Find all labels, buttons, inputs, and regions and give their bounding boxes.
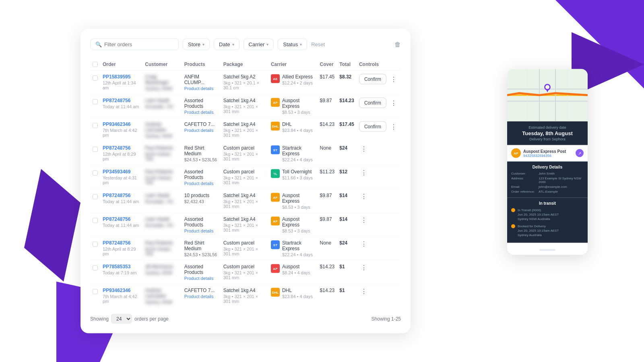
row-checkbox-cell[interactable] <box>93 169 98 176</box>
package-dims: 3kg • 321 × 201 × 301 mm <box>223 152 266 161</box>
order-id-link[interactable]: PP78585353 <box>103 264 140 269</box>
confirm-button[interactable]: Confirm <box>359 98 386 108</box>
row-checkbox-cell[interactable] <box>93 240 98 247</box>
order-id-link[interactable]: PP87248756 <box>103 240 140 246</box>
controls-cell: Confirm ⋮ <box>359 121 398 132</box>
more-options-button[interactable]: ⋮ <box>359 240 369 248</box>
carrier-action-badge[interactable]: ↗ <box>576 149 584 157</box>
product-sub[interactable]: Product details <box>184 294 219 299</box>
carrier-info: Auspost Express $8.53 • 3 days <box>282 193 315 210</box>
order-id-link[interactable]: PP34593469 <box>103 169 140 175</box>
table-row: PP87248756 Today at 11:44 am Liam Heath … <box>90 94 401 118</box>
order-id-link[interactable]: PP87248756 <box>103 98 140 103</box>
more-options-button[interactable]: ⋮ <box>389 75 398 83</box>
row-checkbox[interactable] <box>93 147 98 152</box>
row-checkbox[interactable] <box>93 265 98 271</box>
more-options-button[interactable]: ⋮ <box>359 264 369 272</box>
order-id-link[interactable]: PP87248756 <box>103 216 140 222</box>
order-id-link[interactable]: PP93462346 <box>103 121 140 127</box>
more-options-button[interactable]: ⋮ <box>389 99 398 107</box>
row-checkbox-cell[interactable] <box>93 74 98 81</box>
row-checkbox[interactable] <box>93 171 98 176</box>
row-checkbox-cell[interactable] <box>93 216 98 223</box>
package-name: Satchel 1kg A4 <box>223 216 266 222</box>
product-sub[interactable]: Product details <box>184 110 219 115</box>
order-id-link[interactable]: PP93462346 <box>103 288 140 293</box>
carrier-logo: AE <box>271 74 280 83</box>
table-row: PP15839595 12th April at 1:34 am Craig M… <box>90 70 401 94</box>
row-checkbox[interactable] <box>93 76 98 81</box>
product-sub[interactable]: Product details <box>184 128 219 133</box>
more-options-button[interactable]: ⋮ <box>359 193 369 200</box>
carrier-info-text: Auspost Express Post 94325832694356 <box>523 149 566 157</box>
row-checkbox-cell[interactable] <box>93 98 98 105</box>
total-value: $14 <box>339 216 347 222</box>
per-page-select[interactable]: 24 48 96 <box>111 314 132 324</box>
product-name: Assorted Products <box>184 216 219 228</box>
order-date: 12th April at 1:34 am <box>103 80 140 90</box>
more-options-button[interactable]: ⋮ <box>359 145 369 153</box>
search-input[interactable] <box>104 41 173 47</box>
package-name: Custom parcel <box>223 240 266 246</box>
table-row: PP34593469 Yesterday at 4:31 pm Paul Rob… <box>90 165 401 189</box>
product-sub[interactable]: Product details <box>184 181 219 186</box>
product-sub[interactable]: Product details <box>184 86 219 91</box>
table-row: PP87248756 Today at 11:44 am Liam Heath … <box>90 213 401 237</box>
store-filter-button[interactable]: Store ▾ <box>183 39 210 50</box>
total-value: $8.32 <box>339 74 351 80</box>
row-checkbox-cell[interactable] <box>93 121 98 128</box>
delivery-sub: Delivery from Sephora <box>511 137 584 141</box>
carrier-logo: ST <box>271 241 280 249</box>
order-id-link[interactable]: PP87248756 <box>103 145 140 151</box>
row-checkbox[interactable] <box>93 218 98 223</box>
date-filter-button[interactable]: Date ▾ <box>214 39 239 50</box>
trash-icon[interactable]: 🗑 <box>394 41 401 48</box>
ref-value: ATL-Example <box>539 190 558 193</box>
search-icon: 🔍 <box>95 41 102 47</box>
row-checkbox-cell[interactable] <box>93 264 98 271</box>
transit-dot-2 <box>511 224 515 228</box>
row-checkbox-cell[interactable] <box>93 288 98 294</box>
confirm-button[interactable]: Confirm <box>359 121 386 132</box>
more-options-button[interactable]: ⋮ <box>359 216 369 224</box>
package-column-header: Package <box>221 58 268 71</box>
carrier-name: Auspost Express <box>282 216 315 228</box>
address-label: Address: <box>511 177 535 184</box>
order-id-link[interactable]: PP87248756 <box>103 193 140 198</box>
row-checkbox[interactable] <box>93 289 98 294</box>
package-name: Custom parcel <box>223 169 266 175</box>
phone-map <box>507 69 588 121</box>
product-sub[interactable]: Product details <box>184 228 219 233</box>
carrier-price: $23.84 • 4 days <box>282 294 313 299</box>
row-checkbox-cell[interactable] <box>93 193 98 200</box>
product-name: Assorted Products <box>184 169 219 180</box>
more-options-button[interactable]: ⋮ <box>359 169 369 177</box>
search-input-wrap[interactable]: 🔍 <box>90 39 179 50</box>
total-value: $1 <box>339 264 345 269</box>
carrier-price: $8.53 • 3 days <box>282 205 315 210</box>
carrier-filter-button[interactable]: Carrier ▾ <box>244 39 274 50</box>
confirm-button[interactable]: Confirm <box>359 74 386 84</box>
customer-location: Armadale, VIC <box>145 104 179 109</box>
more-options-button[interactable]: ⋮ <box>359 288 369 295</box>
carrier-cell: DHL DHL $23.84 • 4 days <box>271 288 315 299</box>
product-sub[interactable]: Product details <box>184 276 219 281</box>
order-id-link[interactable]: PP15839595 <box>103 74 140 80</box>
row-checkbox[interactable] <box>93 123 98 128</box>
controls-cell: ⋮ <box>359 145 398 153</box>
table-row: PP93462346 7th March at 4:42 pm Andrew L… <box>90 284 401 308</box>
reset-button[interactable]: Reset <box>311 41 325 47</box>
cover-value: $17.45 <box>320 74 335 80</box>
package-name: Satchel 5kg A2 <box>223 74 266 80</box>
row-checkbox-cell[interactable] <box>93 145 98 152</box>
row-checkbox[interactable] <box>93 242 98 247</box>
carrier-info: Allied Express $12.24 • 2 days <box>282 74 313 85</box>
row-checkbox[interactable] <box>93 194 98 200</box>
row-checkbox[interactable] <box>93 99 98 105</box>
total-value: $24 <box>339 240 347 246</box>
status-filter-button[interactable]: Status ▾ <box>278 39 307 50</box>
more-options-button[interactable]: ⋮ <box>389 123 398 130</box>
carrier-name: Toll Overnight <box>282 169 313 175</box>
total-value: $14.23 <box>339 98 354 103</box>
order-date: 12th April at 8:29 pm <box>103 247 140 256</box>
